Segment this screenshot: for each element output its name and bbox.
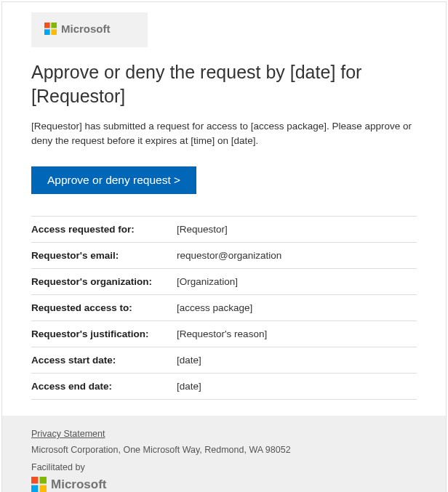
- table-row: Requestor's email:requestor@organization: [31, 243, 417, 269]
- brand-text: Microsoft: [61, 23, 111, 35]
- svg-rect-7: [40, 485, 47, 492]
- microsoft-squares-icon: [31, 477, 47, 492]
- row-label: Requestor's justification:: [31, 321, 177, 347]
- header-logo-bar: Microsoft: [31, 12, 148, 47]
- row-label: Access start date:: [31, 347, 177, 374]
- row-label: Access end date:: [31, 374, 177, 400]
- svg-rect-5: [40, 477, 47, 483]
- row-value: [Requestor]: [177, 217, 417, 243]
- facilitated-by-label: Facilitated by: [31, 462, 417, 472]
- email-container: Microsoft Approve or deny the request by…: [1, 1, 447, 492]
- table-row: Requestor's justification:[Requestor's r…: [31, 321, 417, 347]
- table-row: Requested access to:[access package]: [31, 295, 417, 321]
- row-label: Access requested for:: [31, 217, 177, 243]
- row-value: [date]: [177, 374, 417, 400]
- microsoft-logo: Microsoft: [44, 23, 111, 35]
- row-label: Requested access to:: [31, 295, 177, 321]
- privacy-link[interactable]: Privacy Statement: [31, 429, 105, 439]
- svg-rect-0: [44, 23, 50, 28]
- footer-brand-text: Microsoft: [51, 477, 107, 492]
- svg-rect-4: [31, 477, 38, 483]
- svg-rect-6: [31, 485, 38, 492]
- approve-deny-button[interactable]: Approve or deny request >: [31, 166, 196, 194]
- table-row: Requestor's organization:[Organization]: [31, 269, 417, 295]
- content-area: Approve or deny the request by [date] fo…: [2, 47, 446, 416]
- details-table: Access requested for:[Requestor]Requesto…: [31, 216, 417, 400]
- table-row: Access end date:[date]: [31, 374, 417, 400]
- svg-rect-3: [51, 29, 57, 35]
- table-row: Access start date:[date]: [31, 347, 417, 374]
- row-value: requestor@organization: [177, 243, 417, 269]
- table-row: Access requested for:[Requestor]: [31, 217, 417, 243]
- row-value: [date]: [177, 347, 417, 374]
- row-label: Requestor's email:: [31, 243, 177, 269]
- row-label: Requestor's organization:: [31, 269, 177, 295]
- page-title: Approve or deny the request by [date] fo…: [31, 60, 417, 108]
- svg-rect-1: [51, 23, 57, 28]
- svg-rect-2: [44, 29, 50, 35]
- footer-address: Microsoft Corporation, One Microsoft Way…: [31, 445, 417, 455]
- row-value: [Organization]: [177, 269, 417, 295]
- body-text: [Requestor] has submitted a request for …: [31, 119, 417, 148]
- microsoft-squares-icon: [44, 23, 57, 35]
- footer-microsoft-logo: Microsoft: [31, 477, 107, 492]
- footer: Privacy Statement Microsoft Corporation,…: [2, 416, 446, 492]
- row-value: [access package]: [177, 295, 417, 321]
- row-value: [Requestor's reason]: [177, 321, 417, 347]
